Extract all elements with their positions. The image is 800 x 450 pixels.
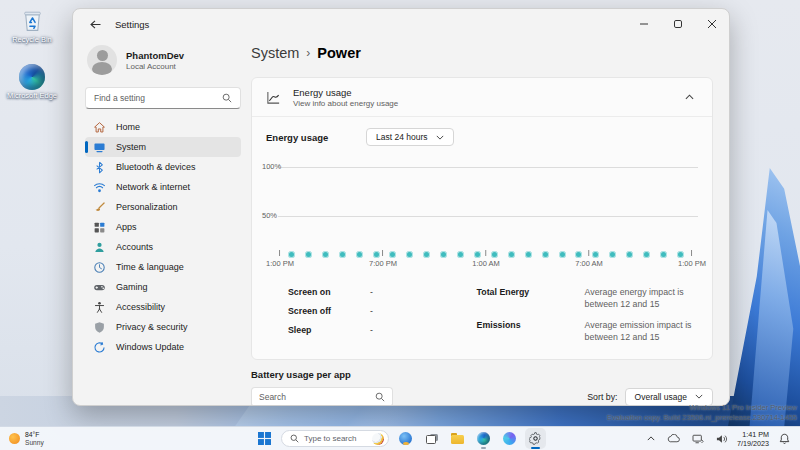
energy-usage-expander-header[interactable]: Energy usage View info about energy usag… xyxy=(252,78,712,117)
folder-icon xyxy=(451,433,464,444)
back-arrow-icon xyxy=(90,20,101,29)
gridline-50: 50% xyxy=(278,216,698,217)
sort-value: Overall usage xyxy=(635,392,687,402)
hidden-icons-button[interactable] xyxy=(645,434,657,443)
stat-value: Average energy impact is between 12 and … xyxy=(585,287,698,311)
x-axis-tick: 1:00 PM xyxy=(266,250,294,268)
sidebar-item-label: Privacy & security xyxy=(116,322,188,332)
titlebar: Settings xyxy=(73,9,729,39)
desktop-icon-microsoft-edge[interactable]: Microsoft Edge xyxy=(4,64,60,101)
y-axis-label-50: 50% xyxy=(262,211,292,220)
stat-screen-on: Screen on - xyxy=(288,287,477,297)
volume-button[interactable] xyxy=(714,432,729,446)
onedrive-button[interactable] xyxy=(665,432,682,445)
bluetooth-icon xyxy=(93,161,106,174)
breadcrumb-system[interactable]: System xyxy=(251,45,299,61)
sidebar-item-windows-update[interactable]: Windows Update xyxy=(85,337,241,357)
user-account-type: Local Account xyxy=(126,62,184,71)
energy-range-row: Energy usage Last 24 hours xyxy=(252,117,712,157)
gridline-100: 100% xyxy=(278,167,698,168)
desktop-icon-recycle-bin[interactable]: Recycle Bin xyxy=(4,7,60,45)
energy-chart-icon xyxy=(266,90,281,105)
start-button[interactable] xyxy=(255,429,274,448)
search-icon xyxy=(222,93,232,103)
speaker-icon xyxy=(716,434,727,444)
edge-icon xyxy=(477,432,490,445)
sidebar-item-accounts[interactable]: Accounts xyxy=(85,237,241,257)
loop-app-button[interactable] xyxy=(500,429,519,448)
file-explorer-button[interactable] xyxy=(448,429,467,448)
chevron-up-icon xyxy=(647,436,655,441)
home-icon xyxy=(93,121,106,134)
maximize-button[interactable] xyxy=(661,9,695,39)
sidebar-item-bluetooth-devices[interactable]: Bluetooth & devices xyxy=(85,157,241,177)
sidebar-item-accessibility[interactable]: Accessibility xyxy=(85,297,241,317)
watermark-line2: Evaluation copy. Build 23506.ni_prerelea… xyxy=(607,413,797,423)
task-view-button[interactable] xyxy=(422,429,441,448)
maximize-icon xyxy=(674,20,682,28)
window-title: Settings xyxy=(115,19,149,30)
taskbar-center: Type to search xyxy=(255,427,545,450)
network-tray-button[interactable] xyxy=(690,432,706,446)
accounts-icon xyxy=(93,241,106,254)
x-axis-tick: 1:00 AM xyxy=(472,250,500,268)
sidebar-item-time-language[interactable]: Time & language xyxy=(85,257,241,277)
system-tray: 1:41 PM 7/19/2023 xyxy=(645,427,800,450)
weather-widget[interactable]: 84°F Sunny xyxy=(0,427,53,450)
gaming-icon xyxy=(93,281,106,294)
x-axis-ticks: 1:00 PM7:00 PM1:00 AM7:00 AM1:00 PM xyxy=(280,250,692,276)
close-button[interactable] xyxy=(695,9,729,39)
time-range-dropdown[interactable]: Last 24 hours xyxy=(366,128,454,146)
sidebar-item-system[interactable]: System xyxy=(85,137,241,157)
accessibility-icon xyxy=(93,301,106,314)
sidebar-item-label: Personalization xyxy=(116,202,178,212)
taskbar-search-box[interactable]: Type to search xyxy=(281,430,389,447)
sort-by-label: Sort by: xyxy=(587,392,617,402)
chevron-down-icon xyxy=(436,135,444,140)
stat-emissions: Emissions Average emission impact is bet… xyxy=(477,320,698,344)
sidebar-item-label: Gaming xyxy=(116,282,148,292)
loop-icon xyxy=(503,432,516,445)
desktop: Recycle Bin Microsoft Edge Windows 11 Pr… xyxy=(0,0,800,450)
edge-button[interactable] xyxy=(474,429,493,448)
edge-icon xyxy=(19,64,45,90)
back-button[interactable] xyxy=(81,13,109,35)
sidebar-item-label: Bluetooth & devices xyxy=(116,162,196,172)
collapse-button[interactable] xyxy=(681,90,698,104)
app-search-box[interactable] xyxy=(251,387,393,406)
card-subtitle: View info about energy usage xyxy=(293,99,398,108)
stat-label: Screen on xyxy=(288,287,370,297)
account-card[interactable]: PhantomDev Local Account xyxy=(85,41,241,85)
taskbar: 84°F Sunny Type to search xyxy=(0,426,800,450)
clock[interactable]: 1:41 PM 7/19/2023 xyxy=(737,430,769,448)
sidebar-item-personalization[interactable]: Personalization xyxy=(85,197,241,217)
watermark-line1: Windows 11 Pro Insider Preview xyxy=(607,403,797,413)
sidebar-item-label: System xyxy=(116,142,146,152)
copilot-button[interactable] xyxy=(396,429,415,448)
energy-stats: Screen on - Screen off - Sleep - xyxy=(252,279,712,344)
minimize-button[interactable] xyxy=(627,9,661,39)
sidebar-item-network-internet[interactable]: Network & internet xyxy=(85,177,241,197)
battery-usage-section: Battery usage per app Sort by: Overall u… xyxy=(251,369,713,406)
energy-chart: 100% 50% 1:00 PM7:00 PM1:00 AM7:00 AM1:0… xyxy=(260,157,702,279)
gear-icon xyxy=(529,432,542,445)
settings-button[interactable] xyxy=(526,429,545,448)
stat-value: - xyxy=(370,287,373,297)
sidebar-item-gaming[interactable]: Gaming xyxy=(85,277,241,297)
notifications-button[interactable] xyxy=(777,431,792,446)
sunny-icon xyxy=(9,433,20,444)
windows-update-icon xyxy=(93,341,106,354)
stat-sleep: Sleep - xyxy=(288,325,477,335)
sidebar-item-privacy-security[interactable]: Privacy & security xyxy=(85,317,241,337)
sidebar-item-apps[interactable]: Apps xyxy=(85,217,241,237)
breadcrumb-separator: › xyxy=(306,46,310,60)
settings-search-input[interactable] xyxy=(94,93,222,103)
sidebar: PhantomDev Local Account Home System xyxy=(73,39,251,406)
sidebar-item-label: Time & language xyxy=(116,262,184,272)
stat-label: Total Energy xyxy=(477,287,585,311)
settings-window: Settings PhantomDev Local Account xyxy=(72,8,730,406)
app-search-input[interactable] xyxy=(259,392,375,402)
sidebar-item-home[interactable]: Home xyxy=(85,117,241,137)
settings-search-box[interactable] xyxy=(85,87,241,109)
search-icon xyxy=(375,392,385,402)
